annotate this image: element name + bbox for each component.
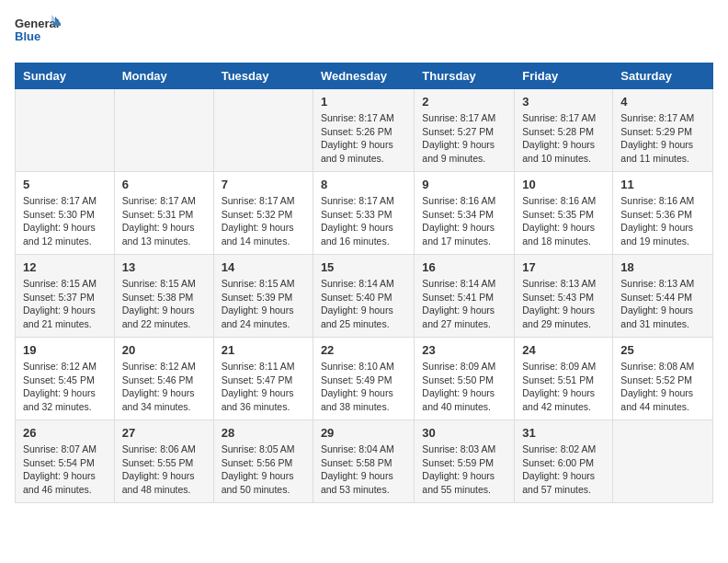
calendar-cell: 6Sunrise: 8:17 AM Sunset: 5:31 PM Daylig… [114, 172, 213, 255]
day-detail: Sunrise: 8:13 AM Sunset: 5:43 PM Dayligh… [522, 277, 605, 331]
calendar-cell: 2Sunrise: 8:17 AM Sunset: 5:27 PM Daylig… [415, 89, 515, 172]
day-detail: Sunrise: 8:13 AM Sunset: 5:44 PM Dayligh… [620, 277, 705, 331]
day-number: 2 [422, 95, 506, 109]
day-detail: Sunrise: 8:15 AM Sunset: 5:37 PM Dayligh… [23, 277, 107, 331]
day-number: 15 [321, 260, 406, 274]
calendar-cell: 10Sunrise: 8:16 AM Sunset: 5:35 PM Dayli… [515, 172, 613, 255]
day-detail: Sunrise: 8:07 AM Sunset: 5:54 PM Dayligh… [23, 442, 107, 497]
day-detail: Sunrise: 8:15 AM Sunset: 5:38 PM Dayligh… [122, 277, 206, 331]
day-header-monday: Monday [114, 63, 213, 89]
logo-icon: General Blue [15, 15, 61, 52]
day-detail: Sunrise: 8:15 AM Sunset: 5:39 PM Dayligh… [222, 277, 305, 331]
day-number: 21 [222, 343, 305, 357]
day-detail: Sunrise: 8:17 AM Sunset: 5:29 PM Dayligh… [620, 111, 705, 166]
day-detail: Sunrise: 8:02 AM Sunset: 6:00 PM Dayligh… [522, 442, 605, 497]
day-header-saturday: Saturday [613, 63, 713, 89]
calendar-cell: 16Sunrise: 8:14 AM Sunset: 5:41 PM Dayli… [415, 255, 515, 338]
day-detail: Sunrise: 8:08 AM Sunset: 5:52 PM Dayligh… [620, 360, 705, 414]
day-number: 20 [122, 343, 206, 357]
calendar-cell [16, 89, 115, 172]
calendar-week-row: 1Sunrise: 8:17 AM Sunset: 5:26 PM Daylig… [16, 89, 713, 172]
calendar-cell [613, 420, 713, 503]
day-detail: Sunrise: 8:17 AM Sunset: 5:26 PM Dayligh… [321, 111, 406, 166]
day-detail: Sunrise: 8:04 AM Sunset: 5:58 PM Dayligh… [321, 442, 406, 497]
calendar-header-row: SundayMondayTuesdayWednesdayThursdayFrid… [16, 63, 713, 89]
day-number: 18 [620, 260, 705, 274]
calendar-cell [213, 89, 313, 172]
day-detail: Sunrise: 8:11 AM Sunset: 5:47 PM Dayligh… [222, 360, 305, 414]
day-detail: Sunrise: 8:05 AM Sunset: 5:56 PM Dayligh… [222, 442, 305, 497]
day-detail: Sunrise: 8:17 AM Sunset: 5:32 PM Dayligh… [222, 194, 305, 248]
day-detail: Sunrise: 8:03 AM Sunset: 5:59 PM Dayligh… [422, 442, 506, 497]
logo: General Blue [15, 15, 61, 52]
calendar-week-row: 5Sunrise: 8:17 AM Sunset: 5:30 PM Daylig… [16, 172, 713, 255]
calendar-cell: 30Sunrise: 8:03 AM Sunset: 5:59 PM Dayli… [415, 420, 515, 503]
calendar-cell: 15Sunrise: 8:14 AM Sunset: 5:40 PM Dayli… [313, 255, 414, 338]
calendar-cell: 23Sunrise: 8:09 AM Sunset: 5:50 PM Dayli… [415, 338, 515, 420]
day-number: 10 [522, 178, 605, 191]
page-header: General Blue [15, 15, 713, 52]
calendar-week-row: 26Sunrise: 8:07 AM Sunset: 5:54 PM Dayli… [16, 420, 713, 503]
day-number: 8 [321, 178, 406, 191]
calendar-table: SundayMondayTuesdayWednesdayThursdayFrid… [15, 63, 713, 503]
day-detail: Sunrise: 8:17 AM Sunset: 5:28 PM Dayligh… [522, 111, 605, 166]
day-detail: Sunrise: 8:17 AM Sunset: 5:27 PM Dayligh… [422, 111, 506, 166]
day-number: 24 [522, 343, 605, 357]
calendar-cell: 31Sunrise: 8:02 AM Sunset: 6:00 PM Dayli… [515, 420, 613, 503]
day-detail: Sunrise: 8:16 AM Sunset: 5:34 PM Dayligh… [422, 194, 506, 248]
calendar-cell: 29Sunrise: 8:04 AM Sunset: 5:58 PM Dayli… [313, 420, 414, 503]
calendar-cell: 22Sunrise: 8:10 AM Sunset: 5:49 PM Dayli… [313, 338, 414, 420]
svg-text:Blue: Blue [15, 29, 40, 43]
day-detail: Sunrise: 8:10 AM Sunset: 5:49 PM Dayligh… [321, 360, 406, 414]
day-detail: Sunrise: 8:06 AM Sunset: 5:55 PM Dayligh… [122, 442, 206, 497]
day-detail: Sunrise: 8:17 AM Sunset: 5:33 PM Dayligh… [321, 194, 406, 248]
day-number: 6 [122, 178, 206, 191]
calendar-cell: 27Sunrise: 8:06 AM Sunset: 5:55 PM Dayli… [114, 420, 213, 503]
day-detail: Sunrise: 8:09 AM Sunset: 5:51 PM Dayligh… [522, 360, 605, 414]
calendar-cell: 14Sunrise: 8:15 AM Sunset: 5:39 PM Dayli… [213, 255, 313, 338]
day-number: 14 [222, 260, 305, 274]
day-detail: Sunrise: 8:17 AM Sunset: 5:31 PM Dayligh… [122, 194, 206, 248]
day-detail: Sunrise: 8:12 AM Sunset: 5:46 PM Dayligh… [122, 360, 206, 414]
calendar-cell: 7Sunrise: 8:17 AM Sunset: 5:32 PM Daylig… [213, 172, 313, 255]
day-number: 11 [620, 178, 705, 191]
day-number: 22 [321, 343, 406, 357]
day-number: 31 [522, 426, 605, 440]
day-number: 12 [23, 260, 107, 274]
day-number: 16 [422, 260, 506, 274]
day-number: 27 [122, 426, 206, 440]
day-detail: Sunrise: 8:16 AM Sunset: 5:35 PM Dayligh… [522, 194, 605, 248]
day-detail: Sunrise: 8:16 AM Sunset: 5:36 PM Dayligh… [620, 194, 705, 248]
day-number: 13 [122, 260, 206, 274]
calendar-cell: 11Sunrise: 8:16 AM Sunset: 5:36 PM Dayli… [613, 172, 713, 255]
day-number: 1 [321, 95, 406, 109]
day-number: 30 [422, 426, 506, 440]
calendar-week-row: 12Sunrise: 8:15 AM Sunset: 5:37 PM Dayli… [16, 255, 713, 338]
day-number: 4 [620, 95, 705, 109]
day-detail: Sunrise: 8:12 AM Sunset: 5:45 PM Dayligh… [23, 360, 107, 414]
day-number: 26 [23, 426, 107, 440]
calendar-cell: 9Sunrise: 8:16 AM Sunset: 5:34 PM Daylig… [415, 172, 515, 255]
day-header-tuesday: Tuesday [213, 63, 313, 89]
calendar-cell: 3Sunrise: 8:17 AM Sunset: 5:28 PM Daylig… [515, 89, 613, 172]
calendar-cell: 26Sunrise: 8:07 AM Sunset: 5:54 PM Dayli… [16, 420, 115, 503]
day-detail: Sunrise: 8:14 AM Sunset: 5:40 PM Dayligh… [321, 277, 406, 331]
day-number: 7 [222, 178, 305, 191]
day-number: 19 [23, 343, 107, 357]
day-header-wednesday: Wednesday [313, 63, 414, 89]
calendar-cell: 13Sunrise: 8:15 AM Sunset: 5:38 PM Dayli… [114, 255, 213, 338]
calendar-cell: 28Sunrise: 8:05 AM Sunset: 5:56 PM Dayli… [213, 420, 313, 503]
day-number: 9 [422, 178, 506, 191]
calendar-cell: 8Sunrise: 8:17 AM Sunset: 5:33 PM Daylig… [313, 172, 414, 255]
calendar-cell: 5Sunrise: 8:17 AM Sunset: 5:30 PM Daylig… [16, 172, 115, 255]
calendar-cell: 24Sunrise: 8:09 AM Sunset: 5:51 PM Dayli… [515, 338, 613, 420]
day-number: 3 [522, 95, 605, 109]
day-number: 23 [422, 343, 506, 357]
calendar-cell: 18Sunrise: 8:13 AM Sunset: 5:44 PM Dayli… [613, 255, 713, 338]
calendar-cell: 12Sunrise: 8:15 AM Sunset: 5:37 PM Dayli… [16, 255, 115, 338]
calendar-cell [114, 89, 213, 172]
calendar-cell: 21Sunrise: 8:11 AM Sunset: 5:47 PM Dayli… [213, 338, 313, 420]
calendar-cell: 19Sunrise: 8:12 AM Sunset: 5:45 PM Dayli… [16, 338, 115, 420]
calendar-cell: 4Sunrise: 8:17 AM Sunset: 5:29 PM Daylig… [613, 89, 713, 172]
day-number: 17 [522, 260, 605, 274]
